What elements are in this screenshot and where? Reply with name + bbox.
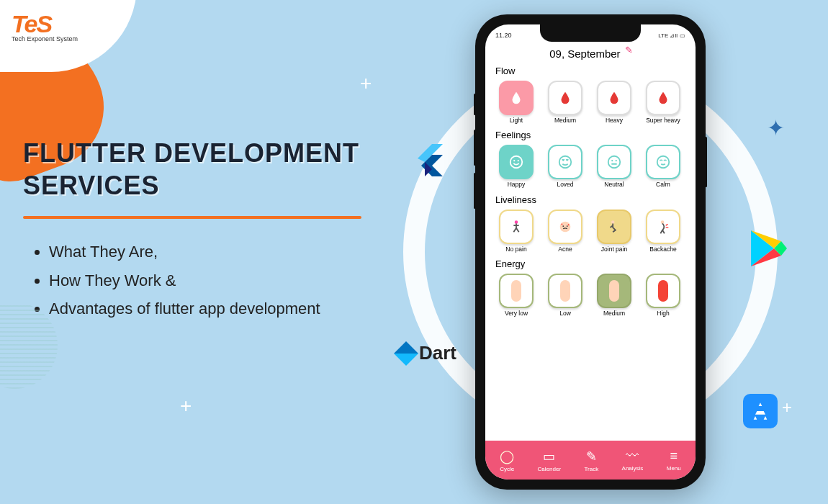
tile-wrap[interactable]: No pain — [495, 210, 537, 253]
svg-point-10 — [560, 221, 571, 232]
acne-face-icon[interactable] — [548, 210, 582, 244]
droplet-icon[interactable] — [499, 81, 534, 115]
jump-person-icon[interactable] — [499, 210, 534, 244]
body-flesh-icon[interactable] — [597, 274, 631, 308]
tile-wrap[interactable]: Calm — [642, 145, 684, 188]
phone-notch — [540, 24, 641, 42]
nav-label: Menu — [667, 465, 681, 472]
status-net: LTE ⊿ll — [658, 32, 678, 39]
tile-wrap[interactable]: Medium — [544, 81, 586, 124]
plus-icon: + — [180, 395, 192, 418]
section: LivelinessNo painAcneJoint painBackache — [485, 190, 696, 254]
headline-line1: FLUTTER DEVELOPMENT — [23, 138, 359, 168]
tile-row: HappyLovedNeutralCalm — [495, 145, 685, 188]
tile-label: Loved — [557, 181, 573, 188]
svg-point-12 — [567, 225, 568, 227]
tile-wrap[interactable]: Loved — [544, 145, 586, 188]
tile-label: No pain — [505, 246, 526, 253]
tile-wrap[interactable]: Very low — [495, 274, 537, 317]
calm-face-icon[interactable] — [646, 145, 680, 179]
svg-point-6 — [616, 160, 617, 161]
cycle-icon: ◯ — [500, 449, 514, 464]
logo-subtitle: Tech Exponent System — [12, 35, 78, 42]
bullet-item: What They Are, — [49, 238, 320, 266]
flutter-icon — [410, 140, 446, 176]
date-text: 09, September — [549, 48, 620, 60]
dart-icon — [394, 341, 418, 366]
headline: FLUTTER DEVELOPMENT SERVICES — [23, 137, 359, 202]
nav-label: Analysis — [622, 465, 644, 472]
tile-wrap[interactable]: Super heavy — [642, 81, 684, 124]
svg-point-13 — [562, 223, 563, 225]
phone-mockup: 11.20 LTE ⊿ll ▭ 09, September ✎ FlowLigh… — [475, 14, 706, 490]
back-pain-icon[interactable] — [646, 210, 680, 244]
nav-label: Calender — [538, 466, 561, 472]
date-row[interactable]: 09, September ✎ — [485, 43, 696, 61]
app-store-icon — [743, 394, 778, 428]
tile-label: Heavy — [606, 117, 623, 124]
phone-side-button — [474, 94, 476, 115]
headline-line2: SERVICES — [23, 171, 159, 200]
phone-side-button — [474, 173, 476, 209]
smile-icon[interactable] — [499, 145, 534, 179]
menu-icon: ≡ — [670, 449, 678, 464]
phone-screen: 11.20 LTE ⊿ll ▭ 09, September ✎ FlowLigh… — [485, 24, 696, 480]
plus-icon: + — [360, 72, 372, 95]
hearts-eyes-icon[interactable] — [548, 145, 582, 179]
tile-label: Very low — [505, 310, 528, 317]
section-title: Flow — [495, 66, 685, 76]
tile-label: Calm — [656, 181, 670, 188]
section: FeelingsHappyLovedNeutralCalm — [485, 125, 696, 189]
tile-label: Acne — [558, 246, 572, 253]
kneel-person-icon[interactable] — [597, 210, 631, 244]
nav-calendar[interactable]: ▭Calender — [538, 449, 561, 472]
tile-label: Happy — [508, 181, 526, 188]
tile-wrap[interactable]: Light — [495, 81, 537, 124]
tile-label: Medium — [554, 117, 576, 124]
phone-side-button — [705, 137, 707, 187]
body-flesh-icon[interactable] — [548, 274, 582, 308]
dart-logo-area: Dart — [397, 342, 456, 364]
logo-area: TeS Tech Exponent System — [7, 6, 82, 47]
tile-wrap[interactable]: Low — [544, 274, 586, 317]
nav-cycle[interactable]: ◯Cycle — [500, 449, 514, 472]
droplet-icon[interactable] — [646, 81, 680, 115]
body-flesh-icon[interactable] — [499, 274, 534, 308]
section: EnergyVery lowLowMediumHigh — [485, 254, 696, 318]
svg-point-16 — [661, 220, 665, 224]
tile-wrap[interactable]: Heavy — [593, 81, 635, 124]
svg-point-0 — [510, 156, 523, 168]
status-battery: ▭ — [680, 32, 685, 39]
google-play-icon — [745, 227, 788, 270]
tile-wrap[interactable]: Joint pain — [593, 210, 635, 253]
plus-icon: + — [782, 397, 792, 418]
svg-point-8 — [657, 156, 670, 168]
tile-wrap[interactable]: Happy — [495, 145, 537, 188]
tile-wrap[interactable]: Backache — [642, 210, 684, 253]
logo-brand: TeS — [12, 10, 78, 38]
nav-analysis[interactable]: 〰Analysis — [622, 449, 644, 472]
droplet-icon[interactable] — [548, 81, 582, 115]
section-title: Liveliness — [495, 194, 685, 205]
tile-wrap[interactable]: Medium — [593, 274, 635, 317]
tile-wrap[interactable]: Neutral — [593, 145, 635, 188]
svg-point-5 — [611, 160, 613, 161]
nav-label: Track — [584, 466, 598, 472]
tile-wrap[interactable]: Acne — [544, 210, 586, 253]
nav-menu[interactable]: ≡Menu — [667, 449, 681, 472]
tile-wrap[interactable]: High — [642, 274, 684, 317]
svg-point-1 — [513, 160, 515, 161]
droplet-icon[interactable] — [597, 81, 631, 115]
track-icon: ✎ — [586, 449, 597, 464]
phone-side-button — [474, 130, 476, 166]
svg-point-14 — [568, 224, 570, 225]
neutral-face-icon[interactable] — [597, 145, 631, 179]
body-red-icon[interactable] — [646, 274, 680, 308]
svg-point-4 — [608, 156, 621, 168]
edit-pencil-icon[interactable]: ✎ — [625, 45, 633, 55]
tile-label: Joint pain — [601, 246, 627, 253]
nav-label: Cycle — [500, 466, 514, 472]
section-title: Energy — [495, 258, 685, 269]
nav-track[interactable]: ✎Track — [584, 449, 598, 472]
tile-label: Low — [559, 310, 571, 317]
